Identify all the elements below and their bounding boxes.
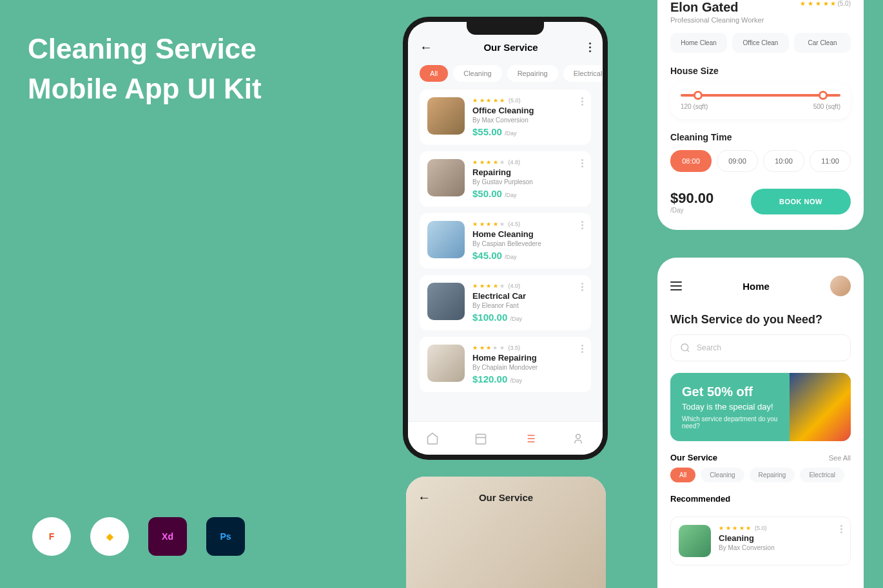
cleaning-time-label: Cleaning Time [670, 132, 851, 142]
card-more-icon[interactable] [581, 345, 583, 353]
see-all-link[interactable]: See All [829, 454, 851, 462]
chip-office-clean[interactable]: Office Clean [732, 33, 789, 53]
phone-service-list: ← Our Service All Cleaning Repairing Ele… [403, 17, 608, 460]
promo-description: Which service department do you need? [682, 415, 779, 430]
service-type-chips: Home Clean Office Clean Car Clean [670, 33, 851, 53]
service-card[interactable]: ★ ★ ★ ★ ★(4.8) Repairing By Gustav Purpl… [420, 151, 591, 207]
rating-stars: ★ ★ ★ ★ ★(4.8) [472, 159, 583, 166]
service-price: $50.00 /Day [472, 188, 583, 199]
rating-stars: ★ ★ ★ ★ ★(4.0) [472, 283, 583, 289]
time-1100[interactable]: 11:00 [810, 150, 851, 172]
tab-cleaning[interactable]: Cleaning [701, 468, 744, 482]
svg-point-2 [681, 344, 688, 351]
rating-stars: ★ ★ ★ ★ ★(5.0) [719, 525, 775, 531]
slider-handle-min[interactable] [694, 91, 703, 100]
booking-price-unit: /Day [670, 207, 713, 214]
card-more-icon[interactable] [581, 159, 583, 167]
booking-price: $90.00 [670, 190, 713, 207]
tab-electrical[interactable]: Electrical [800, 468, 844, 482]
service-provider: By Chaplain Mondover [472, 364, 583, 371]
service-image [427, 283, 465, 320]
time-0900[interactable]: 09:00 [717, 150, 758, 172]
rating-stars: ★ ★ ★ ★ ★(5.0) [472, 97, 583, 104]
hero-line2: Mobile App UI Kit [28, 69, 262, 109]
bottom-nav [408, 421, 603, 455]
service-card[interactable]: ★ ★ ★ ★ ★(4.0) Electrical Car By Eleanor… [420, 275, 591, 330]
tab-electrical[interactable]: Electrical [563, 65, 603, 82]
service-card[interactable]: ★ ★ ★ ★ ★(5.0) Office Cleaning By Max Co… [420, 90, 591, 145]
promo-banner[interactable]: Get 50% off Today is the special day! Wh… [670, 373, 851, 441]
tab-all[interactable]: All [670, 468, 695, 482]
service-price: $55.00 /Day [472, 126, 583, 137]
service-image [427, 345, 465, 382]
tab-cleaning[interactable]: Cleaning [453, 65, 501, 82]
slider-handle-max[interactable] [819, 91, 828, 100]
xd-icon: Xd [148, 517, 187, 556]
recommended-label: Recommended [670, 494, 730, 504]
category-tabs: All Cleaning Repairing Electrical [408, 62, 603, 90]
search-input[interactable]: Search [670, 334, 851, 361]
time-chips: 08:00 09:00 10:00 11:00 [670, 150, 851, 172]
card-more-icon[interactable] [840, 525, 842, 533]
rating-stars: ★ ★ ★ ★ ★(3.5) [472, 345, 583, 351]
book-now-button[interactable]: BOOK NOW [751, 189, 851, 214]
page-title: Our Service [479, 492, 533, 503]
hero-title: Cleaning Service Mobile App UI Kit [28, 29, 262, 108]
house-size-label: House Size [670, 66, 851, 76]
card-more-icon[interactable] [581, 283, 583, 291]
hero-line1: Cleaning Service [28, 29, 262, 69]
avatar[interactable] [830, 276, 851, 296]
menu-icon[interactable] [670, 281, 682, 290]
card-more-icon[interactable] [581, 221, 583, 229]
service-price: $45.00 /Day [472, 250, 583, 261]
more-icon[interactable] [589, 43, 591, 52]
nav-profile-icon[interactable] [572, 432, 585, 445]
service-provider: By Caspian Bellevedere [472, 240, 583, 247]
phone-notch [467, 22, 544, 35]
figma-icon: F [32, 517, 71, 556]
tab-repairing[interactable]: Repairing [750, 468, 795, 482]
nav-calendar-icon[interactable] [474, 432, 487, 445]
time-0800[interactable]: 08:00 [670, 150, 712, 172]
service-name: Office Cleaning [472, 106, 583, 115]
tab-all[interactable]: All [420, 65, 448, 82]
page-title: Home [742, 281, 770, 292]
phone-home: Home Wich Service do you Need? Search Ge… [657, 258, 864, 588]
house-size-slider[interactable]: 120 (sqft) 500 (sqft) [670, 82, 851, 119]
phone-booking: Elon Gated ★ ★ ★ ★ ★ (5.0) Professional … [657, 0, 864, 230]
svg-rect-0 [476, 434, 486, 444]
recommended-provider: By Max Conversion [719, 544, 775, 551]
our-service-label: Our Service [670, 453, 717, 462]
service-provider: By Eleanor Fant [472, 302, 583, 309]
service-image [427, 221, 465, 258]
home-tabs: All Cleaning Repairing Electrical [657, 468, 864, 482]
chip-home-clean[interactable]: Home Clean [670, 33, 727, 53]
card-more-icon[interactable] [581, 97, 583, 106]
service-card[interactable]: ★ ★ ★ ★ ★(3.5) Home Repairing By Chaplai… [420, 337, 591, 392]
promo-image [790, 373, 851, 441]
slider-min-label: 120 (sqft) [681, 103, 708, 110]
hero-image: ← Our Service [406, 477, 606, 588]
page-title: Our Service [483, 42, 538, 53]
worker-subtitle: Professional Cleaning Worker [670, 16, 851, 24]
tab-repairing[interactable]: Repairing [507, 65, 558, 82]
service-name: Home Repairing [472, 353, 583, 363]
service-card[interactable]: ★ ★ ★ ★ ★(4.5) Home Cleaning By Caspian … [420, 213, 591, 269]
svg-point-1 [576, 434, 581, 439]
nav-home-icon[interactable] [426, 432, 439, 445]
service-price: $100.00 /Day [472, 312, 583, 323]
back-arrow-icon[interactable]: ← [420, 40, 432, 55]
home-heading: Wich Service do you Need? [657, 301, 864, 334]
time-1000[interactable]: 10:00 [763, 150, 804, 172]
service-price: $120.00 /Day [472, 374, 583, 384]
recommended-card[interactable]: ★ ★ ★ ★ ★(5.0) Cleaning By Max Conversio… [670, 517, 851, 565]
search-icon [680, 343, 690, 353]
chip-car-clean[interactable]: Car Clean [794, 33, 851, 53]
service-name: Home Cleaning [472, 229, 583, 239]
service-image [427, 159, 465, 196]
nav-list-icon[interactable] [523, 432, 536, 445]
back-arrow-icon[interactable]: ← [418, 490, 431, 505]
tool-icons: F ◆ Xd Ps [32, 517, 245, 556]
phone-service-detail: ← Our Service [406, 477, 606, 588]
service-provider: By Max Conversion [472, 117, 583, 124]
